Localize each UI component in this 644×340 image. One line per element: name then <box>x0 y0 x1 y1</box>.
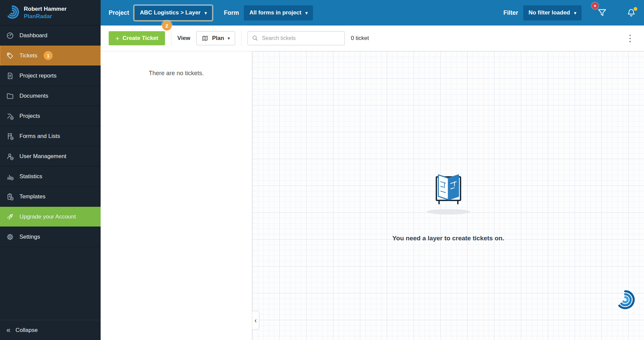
plus-icon: + <box>115 35 119 42</box>
view-mode-dropdown[interactable]: Plan ▾ <box>196 31 235 45</box>
gear-icon <box>6 233 14 241</box>
top-header: Project ABC Logistics > Layer ▾ 2 Form A… <box>101 0 644 26</box>
sidebar-item-label: User Management <box>19 153 66 160</box>
sidebar-item-tickets[interactable]: Tickets 1 <box>0 46 101 66</box>
sidebar-menu: Dashboard Tickets 1 Project reports Docu… <box>0 26 101 247</box>
rocket-icon <box>6 212 14 221</box>
list-panel-toggle[interactable]: ‹ <box>252 311 259 330</box>
chevron-down-icon: ▾ <box>205 10 207 15</box>
sidebar-item-label: Projects <box>19 113 40 119</box>
sidebar-item-user-management[interactable]: User Management <box>0 146 101 166</box>
user-icon <box>6 152 14 161</box>
filter-label: Filter <box>503 9 518 16</box>
sidebar-item-projects[interactable]: Projects <box>0 106 101 126</box>
sidebar-item-label: Statistics <box>19 173 42 180</box>
view-label: View <box>177 35 190 42</box>
view-mode-value: Plan <box>212 35 224 42</box>
sidebar-item-statistics[interactable]: Statistics <box>0 166 101 187</box>
sidebar-item-label: Project reports <box>19 72 57 79</box>
statistics-icon <box>6 172 14 181</box>
sidebar-item-label: Dashboard <box>19 32 47 39</box>
user-name: Robert Hammer <box>24 5 67 12</box>
star-badge-icon: ★ <box>592 2 598 9</box>
create-ticket-label: Create Ticket <box>122 35 158 42</box>
collapse-chevrons-icon: « <box>6 327 10 334</box>
divider <box>241 31 241 46</box>
folder-icon <box>6 92 14 100</box>
kebab-menu-icon[interactable]: ⋮ <box>624 34 636 43</box>
ticket-count: 0 ticket <box>351 35 369 42</box>
plan-empty-state: You need a layer to create tickets on. <box>253 169 644 242</box>
sidebar-item-templates[interactable]: Templates <box>0 187 101 207</box>
filter-funnel-button[interactable]: ★ <box>597 8 607 18</box>
sidebar-item-label: Templates <box>19 193 45 200</box>
report-icon <box>6 71 14 80</box>
sidebar-item-label: Upgrade your Account <box>19 213 76 220</box>
notifications-button[interactable] <box>627 8 636 17</box>
brand-name: PlanRadar <box>24 13 67 20</box>
sidebar-item-label: Forms and Lists <box>19 133 60 140</box>
project-selector-value: ABC Logistics > Layer <box>140 9 201 16</box>
plan-map-icon <box>202 35 208 42</box>
search-tickets-input[interactable] <box>248 31 345 45</box>
empty-tickets-message: There are no tickets. <box>101 70 252 77</box>
forms-icon <box>6 132 14 141</box>
project-label: Project <box>109 9 129 16</box>
sidebar-collapse-button[interactable]: « Collapse <box>0 320 101 340</box>
funnel-icon <box>597 8 607 18</box>
sidebar-item-forms-and-lists[interactable]: Forms and Lists <box>0 126 101 146</box>
chevron-down-icon: ▾ <box>574 10 576 15</box>
step-2-badge: 2 <box>162 21 172 31</box>
tickets-count-badge: 1 <box>44 51 53 60</box>
sidebar-item-settings[interactable]: Settings <box>0 227 101 247</box>
sidebar-item-dashboard[interactable]: Dashboard <box>0 26 101 46</box>
ticket-list-panel: There are no tickets. <box>101 51 252 340</box>
user-menu[interactable]: Robert Hammer PlanRadar <box>0 0 101 26</box>
tickets-icon <box>6 51 14 60</box>
sidebar-item-label: Documents <box>19 93 48 99</box>
illustration-shadow <box>427 209 470 214</box>
create-ticket-button[interactable]: + Create Ticket <box>109 31 165 45</box>
chevron-down-icon: ▾ <box>305 10 308 15</box>
notification-dot <box>634 7 637 11</box>
tickets-toolbar: + Create Ticket View Plan ▾ 0 ticket ⋮ <box>101 26 644 51</box>
form-selector-value: All forms in project <box>249 9 301 16</box>
tools-icon <box>6 112 14 120</box>
dashboard-icon <box>6 31 14 40</box>
form-selector-dropdown[interactable]: All forms in project ▾ <box>244 5 313 20</box>
sidebar: Robert Hammer PlanRadar Dashboard Ticket… <box>0 0 101 340</box>
planradar-logo-icon <box>5 5 19 20</box>
sidebar-item-label: Settings <box>19 234 40 240</box>
sidebar-item-upgrade-account[interactable]: Upgrade your Account <box>0 207 101 227</box>
filter-selector-dropdown[interactable]: No filter loaded ▾ <box>523 5 582 20</box>
chevron-left-icon: ‹ <box>255 317 257 324</box>
sidebar-item-project-reports[interactable]: Project reports <box>0 66 101 86</box>
project-selector-dropdown[interactable]: ABC Logistics > Layer ▾ <box>134 5 212 20</box>
form-label: Form <box>224 9 239 16</box>
sidebar-spacer <box>0 247 101 320</box>
divider <box>171 31 171 46</box>
collapse-label: Collapse <box>15 327 38 334</box>
sidebar-item-documents[interactable]: Documents <box>0 86 101 106</box>
planradar-watermark-logo-icon <box>615 290 635 310</box>
plan-canvas[interactable]: You need a layer to create tickets on. <box>253 51 644 340</box>
filter-selector-value: No filter loaded <box>529 9 570 16</box>
layer-hint-message: You need a layer to create tickets on. <box>253 235 644 242</box>
templates-icon <box>6 192 14 201</box>
search-icon <box>252 35 259 42</box>
sidebar-item-label: Tickets <box>19 52 37 59</box>
blueprint-illustration-icon <box>428 169 469 206</box>
chevron-down-icon: ▾ <box>228 36 230 41</box>
